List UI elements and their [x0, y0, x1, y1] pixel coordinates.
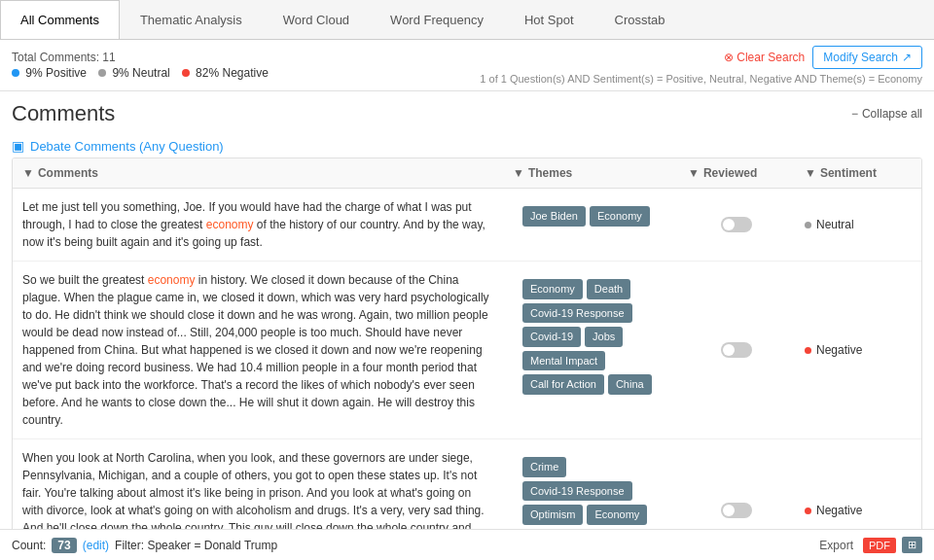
debate-icon: ▣ [12, 138, 24, 154]
filter-label: Filter: Speaker = Donald Trump [115, 539, 277, 552]
toolbar-left: Total Comments: 11 9% Positive 9% Neutra… [12, 51, 269, 80]
tab-thematic-analysis[interactable]: Thematic Analysis [120, 0, 263, 39]
toolbar: Total Comments: 11 9% Positive 9% Neutra… [0, 40, 934, 91]
debate-link[interactable]: Debate Comments (Any Question) [30, 139, 224, 154]
clear-search-button[interactable]: ⊗ Clear Search [724, 46, 805, 69]
table-row: Let me just tell you something, Joe. If … [13, 189, 921, 262]
themes-cell-2: Economy Death Covid-19 Response Covid-19… [503, 262, 678, 438]
positive-sentiment: 9% Positive [12, 66, 87, 80]
th-comments[interactable]: ▼ Comments [13, 158, 503, 188]
comments-table: ▼ Comments ▼ Themes ▼ Reviewed ▼ Sentime… [12, 158, 922, 560]
neutral-dot [98, 69, 106, 77]
negative-dot [182, 69, 190, 77]
minus-icon: − [851, 107, 858, 121]
export-data-button[interactable]: ⊞ [902, 537, 922, 553]
sort-icon: ▼ [805, 166, 816, 180]
tag-jobs: Jobs [585, 327, 623, 347]
edit-button[interactable]: (edit) [83, 539, 109, 552]
negative-sentiment: 82% Negative [182, 66, 269, 80]
count-badge: 73 [52, 538, 76, 553]
th-sentiment[interactable]: ▼ Sentiment [795, 158, 921, 188]
reviewed-cell-2 [678, 262, 795, 438]
tab-bar: All Comments Thematic Analysis Word Clou… [0, 0, 934, 40]
themes-cell-1: Joe Biden Economy [503, 189, 678, 261]
tag-economy: Economy [590, 206, 650, 227]
negative-indicator [805, 347, 811, 354]
modify-search-button[interactable]: Modify Search ↗ [812, 46, 922, 69]
footer-left: Count: 73 (edit) Filter: Speaker = Donal… [12, 538, 277, 553]
sort-icon: ▼ [513, 166, 524, 180]
tab-word-frequency[interactable]: Word Frequency [370, 0, 504, 39]
sort-icon: ▼ [22, 166, 34, 180]
reviewed-cell-1 [678, 189, 795, 261]
main-content: Comments − Collapse all ▣ Debate Comment… [0, 91, 934, 560]
footer-right: Export PDF ⊞ [819, 537, 922, 553]
highlight-economy-2: economy [148, 273, 196, 287]
footer: Count: 73 (edit) Filter: Speaker = Donal… [0, 529, 934, 560]
table-row: So we built the greatest economy in hist… [13, 262, 921, 439]
export-pdf-button[interactable]: PDF [863, 538, 896, 553]
tag-mental-impact: Mental Impact [522, 351, 605, 371]
reviewed-toggle-2[interactable] [721, 342, 752, 358]
sentiment-row: 9% Positive 9% Neutral 82% Negative [12, 66, 269, 80]
page-title: Comments [12, 101, 115, 126]
filter-info: 1 of 1 Question(s) AND Sentiment(s) = Po… [480, 73, 922, 85]
collapse-all-button[interactable]: − Collapse all [851, 107, 922, 121]
negative-indicator-3 [805, 508, 811, 514]
tag-call-for-action: Call for Action [522, 374, 604, 395]
clear-icon: ⊗ [724, 51, 734, 64]
tag-covid-response: Covid-19 Response [522, 303, 632, 324]
sort-icon: ▼ [688, 166, 700, 180]
count-label: Count: [12, 539, 46, 552]
toolbar-buttons: ⊗ Clear Search Modify Search ↗ [724, 46, 922, 69]
reviewed-toggle-1[interactable] [721, 217, 752, 232]
tab-hot-spot[interactable]: Hot Spot [504, 0, 594, 39]
table-header: ▼ Comments ▼ Themes ▼ Reviewed ▼ Sentime… [13, 158, 921, 189]
export-label: Export [819, 539, 853, 552]
positive-dot [12, 69, 19, 77]
neutral-sentiment: 9% Neutral [98, 66, 170, 80]
reviewed-toggle-3[interactable] [721, 503, 752, 518]
tag-covid-response-3: Covid-19 Response [522, 481, 632, 502]
th-themes[interactable]: ▼ Themes [503, 158, 678, 188]
comment-cell-2: So we built the greatest economy in hist… [13, 262, 503, 438]
external-link-icon: ↗ [902, 51, 912, 64]
tag-economy-2: Economy [522, 279, 583, 299]
tab-crosstab[interactable]: Crosstab [594, 0, 686, 39]
highlight-economy: economy [206, 218, 254, 231]
tag-china: China [608, 374, 652, 395]
sentiment-cell-1: Neutral [795, 189, 921, 261]
toolbar-right: ⊗ Clear Search Modify Search ↗ 1 of 1 Qu… [480, 46, 922, 85]
total-comments: Total Comments: 11 [12, 51, 269, 64]
tag-crime: Crime [522, 457, 566, 477]
tag-economy-3: Economy [587, 505, 647, 525]
debate-group: ▣ Debate Comments (Any Question) ▼ Comme… [12, 134, 922, 560]
sentiment-cell-2: Negative [795, 262, 921, 438]
th-reviewed[interactable]: ▼ Reviewed [678, 158, 795, 188]
neutral-indicator [805, 222, 811, 228]
tag-death: Death [587, 279, 630, 299]
comment-cell-1: Let me just tell you something, Joe. If … [13, 189, 503, 261]
tab-all-comments[interactable]: All Comments [0, 0, 120, 39]
tag-covid19: Covid-19 [522, 327, 581, 347]
tag-joe-biden: Joe Biden [522, 206, 586, 227]
debate-header: ▣ Debate Comments (Any Question) [12, 134, 922, 158]
tab-word-cloud[interactable]: Word Cloud [263, 0, 370, 39]
tag-optimism: Optimism [522, 505, 583, 525]
section-header: Comments − Collapse all [12, 101, 922, 126]
